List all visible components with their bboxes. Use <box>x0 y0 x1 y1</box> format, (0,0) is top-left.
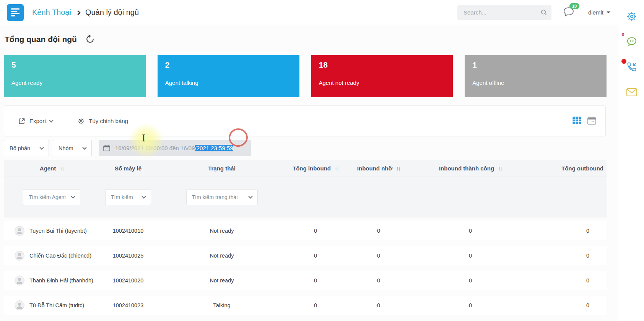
customize-table-button[interactable]: Tùy chỉnh bảng <box>75 117 130 125</box>
total-inbound-cell: 0 <box>287 302 344 308</box>
avatar <box>15 251 24 261</box>
column-header-missed-inbound[interactable]: Inbound nhỡ ↑↓ <box>344 165 413 172</box>
filter-row: Bộ phận Nhóm 16/09/2021 00:00:00 đến 16/… <box>4 140 619 156</box>
extension-search-select[interactable]: Tìm kiếm <box>105 189 151 205</box>
refresh-icon <box>85 34 95 44</box>
extension-cell: 1002410010 <box>99 228 157 234</box>
chat-channel-button[interactable]: 0 <box>626 36 637 47</box>
agent-name: Thanh Đinh Hải (thanhdh) <box>29 277 93 284</box>
table-search-row: Tìm kiếm Agent Tìm kiếm Tìm kiếm trạng t… <box>4 177 607 217</box>
stat-value: 5 <box>11 60 146 70</box>
gear-icon <box>77 117 85 125</box>
missed-inbound-cell: 0 <box>344 302 413 308</box>
stat-value: 1 <box>472 60 607 70</box>
calendar-view-button[interactable] <box>587 116 597 126</box>
missed-inbound-cell: 0 <box>344 253 413 259</box>
top-header: Kênh Thoại Quản lý đội ngũ 10 <box>0 0 619 25</box>
total-outbound-cell: 0 <box>528 253 607 259</box>
table-row[interactable]: Chiến Cao Đắc (chiencd) 1002410025 Not r… <box>4 246 607 265</box>
email-icon <box>626 88 637 96</box>
total-outbound-cell: 0 <box>528 277 607 284</box>
missed-inbound-cell: 0 <box>344 277 413 284</box>
stat-label: Agent not ready <box>319 79 453 86</box>
menu-toggle-button[interactable] <box>7 4 24 21</box>
sort-icon: ↑↓ <box>396 165 400 172</box>
agent-cell: Tú Đỗ Thị Cẩm (tudtc) <box>4 300 99 310</box>
page-title: Tổng quan đội ngũ <box>5 35 77 44</box>
incoming-call-icon <box>626 62 637 72</box>
total-inbound-cell: 0 <box>287 228 344 234</box>
column-header-agent[interactable]: Agent ↑↓ <box>4 165 99 172</box>
stat-card-agent-ready: 5 Agent ready <box>4 55 146 97</box>
chat-badge: 10 <box>569 3 579 9</box>
refresh-button[interactable] <box>85 34 95 45</box>
overview-cards: 5 Agent ready 2 Agent talking 18 Agent n… <box>4 55 607 97</box>
messages-button[interactable]: 10 <box>563 6 574 19</box>
column-header-total-inbound[interactable]: Tổng inbound ↑↓ <box>287 165 344 172</box>
status-search-select[interactable]: Tìm kiếm trạng thái <box>186 189 258 205</box>
settings-button[interactable] <box>626 11 637 22</box>
main-column: Kênh Thoại Quản lý đội ngũ 10 <box>0 0 619 321</box>
column-header-status[interactable]: Trạng thái <box>157 165 287 172</box>
agent-name: Tuyen Bui Thi (tuyenbt) <box>29 228 87 234</box>
table-grid-icon <box>572 117 581 124</box>
chevron-right-icon <box>76 10 81 15</box>
agent-cell: Chiến Cao Đắc (chiencd) <box>4 251 99 261</box>
chevron-down-icon <box>82 145 86 149</box>
breadcrumb-section-link[interactable]: Kênh Thoại <box>32 8 71 17</box>
department-select[interactable]: Bộ phận <box>4 140 49 156</box>
status-cell: Not ready <box>157 253 287 259</box>
table-row[interactable]: Tuyen Bui Thi (tuyenbt) 1002410010 Not r… <box>4 221 607 240</box>
table-view-button[interactable] <box>572 116 582 126</box>
calendar-icon <box>103 145 110 151</box>
email-channel-button[interactable] <box>626 86 637 98</box>
extension-cell: 1002410023 <box>99 302 157 308</box>
total-inbound-cell: 0 <box>287 253 344 259</box>
success-inbound-cell: 0 <box>413 277 528 284</box>
date-range-input[interactable]: 16/09/2021 00:00:00 đến 16/09/2021 23:59… <box>99 140 251 156</box>
right-toolbar: 0 <box>619 0 644 321</box>
chevron-down-icon <box>49 118 54 122</box>
group-select[interactable]: Nhóm <box>53 140 92 156</box>
header-right: 10 diemlt <box>457 5 613 20</box>
stat-value: 2 <box>165 60 299 70</box>
column-header-success-inbound[interactable]: Inbound thành công ↑↓ <box>413 165 528 172</box>
export-button[interactable]: Export <box>16 117 55 125</box>
stat-label: Agent offline <box>472 79 607 86</box>
user-menu[interactable]: diemlt <box>588 9 610 16</box>
success-inbound-cell: 0 <box>413 228 528 234</box>
stat-card-agent-offline: 1 Agent offline <box>465 55 607 97</box>
success-inbound-cell: 0 <box>413 253 528 259</box>
sort-icon: ↑↓ <box>498 165 502 172</box>
extension-cell: 1002410025 <box>99 253 157 259</box>
stat-card-agent-not-ready: 18 Agent not ready <box>311 55 453 97</box>
user-name: diemlt <box>588 9 603 16</box>
agents-table: Agent ↑↓ Số máy lẻ Trạng thái Tổng inbou… <box>4 160 607 315</box>
caret-down-icon <box>607 11 610 15</box>
hamburger-icon <box>11 8 20 16</box>
chat-count-badge: 0 <box>622 32 624 37</box>
table-row[interactable]: Tú Đỗ Thị Cẩm (tudtc) 1002410023 Talking… <box>4 296 607 315</box>
total-outbound-cell: 0 <box>528 302 607 308</box>
table-row[interactable]: Thanh Đinh Hải (thanhdh) 1002410020 Not … <box>4 271 607 290</box>
stat-value: 18 <box>319 60 453 70</box>
search-icon[interactable] <box>540 9 548 16</box>
status-cell: Talking <box>157 302 287 308</box>
column-header-total-outbound[interactable]: Tổng outbound <box>528 165 607 172</box>
chevron-down-icon <box>141 194 146 198</box>
extension-cell: 1002410020 <box>99 277 157 284</box>
search-input[interactable] <box>463 9 540 16</box>
gear-icon <box>626 11 637 22</box>
notification-dot <box>621 59 626 64</box>
breadcrumb-current-page: Quản lý đội ngũ <box>85 8 139 17</box>
chat-channel-icon <box>626 36 637 47</box>
call-channel-button[interactable] <box>626 61 637 73</box>
selected-date-text: /2021 23:59:59 <box>195 145 233 151</box>
agent-search-select[interactable]: Tìm kiếm Agent <box>23 189 80 205</box>
main-content: Tổng quan đội ngũ 5 Agent ready 2 Agent … <box>0 25 619 321</box>
agent-cell: Thanh Đinh Hải (thanhdh) <box>4 276 99 285</box>
sort-icon: ↑↓ <box>60 165 63 172</box>
avatar <box>15 226 24 236</box>
table-toolbar: Export Tùy chỉnh bảng <box>4 105 606 136</box>
column-header-extension[interactable]: Số máy lẻ <box>99 165 157 172</box>
